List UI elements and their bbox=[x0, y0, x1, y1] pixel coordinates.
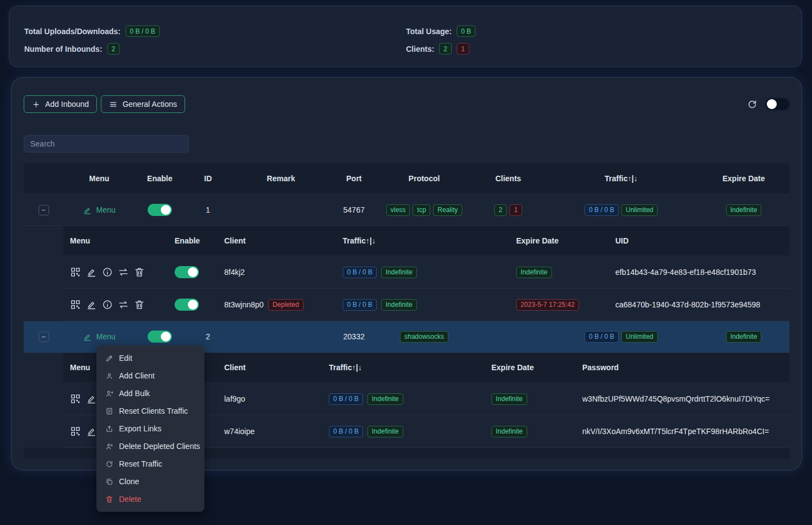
reset-traffic-icon bbox=[105, 460, 113, 468]
inbound-2-enable-toggle[interactable] bbox=[148, 331, 172, 343]
menu-item-label: Add Client bbox=[119, 371, 155, 380]
protocol-badge: vless bbox=[386, 204, 410, 216]
client-password: nkV/I/3XoAm9v6xMT/T5lcrF4TpeTKF98rHARbRo… bbox=[582, 427, 769, 436]
qrcode-icon[interactable] bbox=[70, 426, 81, 437]
expire-badge: Indefinite bbox=[726, 204, 762, 216]
inbounds-count-badge: 2 bbox=[107, 43, 120, 55]
delete-icon bbox=[105, 495, 113, 504]
add-inbound-label: Add Inbound bbox=[45, 100, 89, 109]
client-traffic: 0 B / 0 B Indefinite bbox=[336, 299, 510, 311]
stat-total-uploads-downloads: Total Uploads/Downloads: 0 B / 0 B bbox=[24, 25, 405, 37]
stat-clients: Clients: 2 1 bbox=[406, 43, 802, 55]
stats-right-column: Total Usage: 0 B Clients: 2 1 bbox=[405, 25, 802, 67]
delete-depleted-clients-icon bbox=[105, 442, 113, 451]
header-expire-date: Expire Date bbox=[697, 174, 791, 183]
menu-item-reset-clients-traffic[interactable]: Reset Clients Traffic bbox=[96, 402, 204, 420]
client-enable-toggle[interactable] bbox=[175, 299, 199, 311]
stat-label: Total Usage: bbox=[406, 27, 452, 36]
protocol-badge: Reality bbox=[433, 204, 462, 216]
general-actions-button[interactable]: General Actions bbox=[101, 95, 185, 113]
collapse-inbound-1-button[interactable]: − bbox=[39, 205, 49, 215]
inbound-row-1: − Menu 1 54767 vless tcp Reality bbox=[24, 194, 789, 226]
total-usage-badge: 0 B bbox=[457, 25, 475, 37]
clients-depleted-badge: 1 bbox=[457, 43, 469, 55]
reset-traffic-icon[interactable] bbox=[118, 267, 129, 278]
inbound-1-protocols: vless tcp Reality bbox=[377, 204, 471, 216]
inbound-1-clients-count: 2 1 bbox=[471, 204, 545, 216]
inbound-1-port: 54767 bbox=[331, 205, 377, 214]
traffic-badge: 0 B / 0 B bbox=[584, 204, 619, 216]
qrcode-icon[interactable] bbox=[70, 267, 81, 278]
menu-item-label: Delete bbox=[119, 495, 141, 504]
qrcode-icon[interactable] bbox=[70, 299, 81, 310]
expire-badge: Indefinite bbox=[726, 331, 762, 343]
menu-item-add-client[interactable]: Add Client bbox=[96, 367, 204, 385]
menu-item-label: Delete Depleted Clients bbox=[119, 442, 200, 451]
inbound-2-protocols: shadowsocks bbox=[377, 331, 471, 343]
menu-item-label: Edit bbox=[119, 354, 132, 362]
menu-item-export-links[interactable]: Export Links bbox=[96, 420, 204, 437]
clients-active-badge: 2 bbox=[439, 43, 452, 55]
delete-client-icon[interactable] bbox=[134, 299, 145, 310]
collapse-inbound-2-button[interactable]: − bbox=[39, 332, 49, 342]
info-icon[interactable] bbox=[102, 299, 113, 310]
menu-item-label: Reset Traffic bbox=[119, 459, 162, 468]
edit-client-icon[interactable] bbox=[86, 426, 97, 437]
info-icon[interactable] bbox=[102, 267, 113, 278]
traffic-limit-badge: Indefinite bbox=[367, 426, 403, 437]
edit-client-icon[interactable] bbox=[86, 267, 97, 278]
stat-label: Total Uploads/Downloads: bbox=[24, 27, 121, 36]
edit-client-icon[interactable] bbox=[86, 393, 97, 404]
reset-clients-traffic-icon bbox=[105, 407, 113, 415]
header-id: ID bbox=[185, 174, 231, 183]
search-input[interactable] bbox=[24, 135, 189, 153]
inbound-1-clients-table: Menu Enable Client Traffic↑|↓ Expire Dat… bbox=[63, 226, 789, 321]
menu-item-delete[interactable]: Delete bbox=[96, 490, 204, 508]
plus-icon bbox=[32, 100, 40, 109]
menu-link-label: Menu bbox=[96, 205, 115, 214]
menu-item-label: Reset Clients Traffic bbox=[119, 407, 188, 415]
toolbar-right bbox=[747, 98, 789, 110]
header-port: Port bbox=[331, 174, 377, 183]
traffic-badge: 0 B / 0 B bbox=[343, 267, 377, 278]
add-inbound-button[interactable]: Add Inbound bbox=[24, 95, 97, 113]
auto-refresh-toggle[interactable] bbox=[765, 98, 789, 110]
clients-depleted-badge: 1 bbox=[510, 204, 522, 216]
client-row: 8t3wjnn8p0 Depleted 0 B / 0 B Indefinite… bbox=[63, 289, 789, 321]
edit-client-icon[interactable] bbox=[86, 299, 97, 310]
edit-icon bbox=[83, 205, 92, 215]
protocol-badge: tcp bbox=[413, 204, 430, 216]
client-uid: efb14b43-4a79-4e83-ef18-e48cf1901b73 bbox=[615, 268, 756, 277]
inbound-context-menu: Edit Add Client Add Bulk Reset Clients T… bbox=[96, 345, 204, 512]
qrcode-icon[interactable] bbox=[70, 393, 81, 404]
stat-label: Clients: bbox=[406, 45, 434, 53]
inbound-1-traffic: 0 B / 0 B Unlimited bbox=[545, 204, 697, 216]
header-traffic-sort[interactable]: Traffic↑|↓ bbox=[336, 236, 510, 245]
expire-badge: 2023-5-7 17:25:42 bbox=[516, 299, 579, 311]
client-enable-toggle[interactable] bbox=[175, 266, 199, 278]
delete-client-icon[interactable] bbox=[134, 267, 145, 278]
expire-badge: Indefinite bbox=[491, 393, 527, 405]
header-traffic-sort[interactable]: Traffic↑|↓ bbox=[545, 174, 697, 183]
inbound-2-traffic: 0 B / 0 B Unlimited bbox=[545, 331, 697, 343]
inbound-1-menu-trigger[interactable]: Menu bbox=[83, 205, 115, 215]
refresh-icon[interactable] bbox=[747, 99, 757, 110]
menu-item-add-bulk[interactable]: Add Bulk bbox=[96, 385, 204, 402]
header-protocol: Protocol bbox=[377, 174, 471, 183]
client-name: w74ioipe bbox=[224, 427, 255, 436]
client-uid: ca68470b-1940-437d-802b-1f9573e94598 bbox=[615, 300, 760, 309]
inbound-1-enable-toggle[interactable] bbox=[148, 204, 172, 216]
inbound-2-id: 2 bbox=[185, 332, 231, 341]
inbound-1-id: 1 bbox=[185, 205, 231, 214]
header-expire-date: Expire Date bbox=[510, 236, 609, 245]
header-enable: Enable bbox=[135, 174, 185, 183]
menu-item-clone[interactable]: Clone bbox=[96, 473, 204, 490]
header-traffic-sort[interactable]: Traffic↑|↓ bbox=[322, 363, 485, 372]
menu-item-reset-traffic[interactable]: Reset Traffic bbox=[96, 455, 204, 473]
reset-traffic-icon[interactable] bbox=[118, 299, 129, 310]
add-bulk-icon bbox=[105, 389, 113, 398]
depleted-badge: Depleted bbox=[268, 299, 304, 311]
inbound-2-menu-trigger[interactable]: Menu bbox=[83, 332, 115, 342]
menu-item-edit[interactable]: Edit bbox=[96, 349, 204, 367]
menu-item-delete-depleted-clients[interactable]: Delete Depleted Clients bbox=[96, 437, 204, 455]
